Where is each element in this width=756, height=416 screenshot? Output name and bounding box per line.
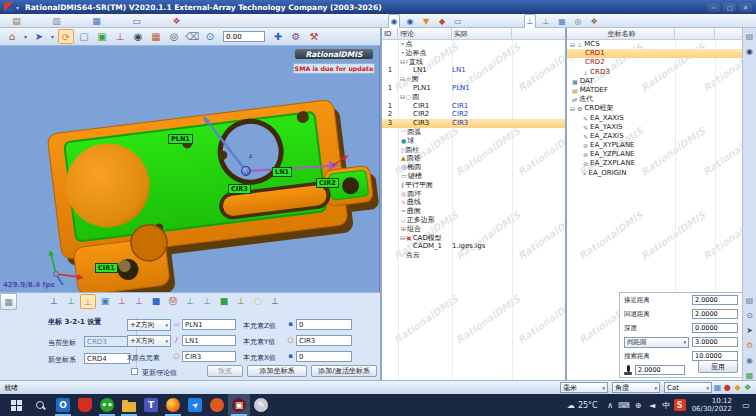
elements-icon[interactable]: ◉ [404, 15, 416, 28]
csys-offset-icon[interactable]: ⊥ [114, 294, 130, 309]
csys-matdef[interactable]: ▤MATDEF [567, 86, 742, 95]
taskbar-explorer[interactable] [118, 394, 140, 416]
csys-new-icon[interactable]: ⊥ [46, 294, 62, 309]
feature-polygon[interactable]: ◇正多边形 [382, 216, 565, 225]
minimize-button[interactable]: ─ [707, 3, 720, 12]
probe-setting-input[interactable] [692, 295, 738, 305]
cursor-icon[interactable]: ➤ [31, 29, 47, 44]
probe-setting-input[interactable] [692, 337, 738, 347]
feature-ellipse[interactable]: ◎椭圆 [382, 163, 565, 172]
x-element-field[interactable] [182, 335, 236, 346]
screen-icon[interactable]: ▭ [452, 15, 464, 28]
taskbar-design-app[interactable]: ✎ [250, 394, 272, 416]
layers-icon[interactable]: ▣ [94, 29, 110, 44]
joystick-speed-input[interactable] [635, 365, 685, 375]
csys-ea-origin[interactable]: •EA_ORIGIN [567, 169, 742, 178]
csys-transform-icon[interactable]: ⊥ [182, 294, 198, 309]
probe2-icon[interactable]: ◉ [744, 355, 756, 367]
view-icon[interactable]: ◉ [130, 29, 146, 44]
probe-setting-input[interactable] [692, 323, 738, 333]
taskbar-wechat[interactable]: •• [96, 394, 118, 416]
taskbar-teams[interactable]: T [140, 394, 162, 416]
apply-button[interactable]: 应用 [698, 360, 738, 373]
probe-search-icon[interactable]: ⊙ [202, 29, 218, 44]
csys-rotate-icon[interactable]: ⊥ [63, 294, 79, 309]
csys-iterate[interactable]: ⇄迭代 [567, 95, 742, 104]
feature-cir3[interactable]: 3 CIR3 CIR3 [382, 119, 565, 128]
feature-circle-group[interactable]: ⊟○圆 [382, 93, 565, 102]
preview-button[interactable]: 预览 [207, 365, 243, 377]
maximize-button[interactable]: ▢ [723, 3, 736, 12]
cube-blue-icon[interactable]: ■ [148, 294, 164, 309]
taskbar-send-app[interactable]: ➤ [184, 394, 206, 416]
rotate-icon[interactable]: ⟳ [58, 29, 74, 44]
tab-grid[interactable]: ▦ [90, 15, 103, 28]
tray-network-icon[interactable]: ⊕ [632, 398, 645, 412]
camera-icon[interactable]: ◎ [572, 15, 584, 28]
x-value-field[interactable] [296, 351, 352, 362]
home-caret[interactable]: ▾ [22, 29, 29, 44]
probe-status-icon[interactable]: ❖ [743, 383, 752, 392]
feature-curve[interactable]: ∿曲线 [382, 198, 565, 207]
sma-update-notice[interactable]: SMA is due for update [293, 63, 375, 74]
csys-align-icon[interactable]: ⊥ [131, 294, 147, 309]
taskbar-firefox[interactable] [162, 394, 184, 416]
feature-point[interactable]: •点 [382, 40, 565, 49]
tab-colors[interactable]: ❖ [170, 15, 183, 28]
csys-dat[interactable]: ▦DAT [567, 77, 742, 86]
taskbar-outlook[interactable]: O [52, 394, 74, 416]
update-theoretical-checkbox[interactable] [131, 368, 138, 375]
feature-slot[interactable]: ▭键槽 [382, 172, 565, 181]
delete-icon[interactable]: ⌫ [184, 29, 200, 44]
csys-crd1[interactable]: CRD1 [567, 49, 742, 58]
add-activate-csys-button[interactable]: 添加/激活坐标系 [311, 365, 377, 377]
taskbar-rationaldmis[interactable]: ▣ [228, 394, 250, 416]
csys-mcs[interactable]: ⊟⊥MCS [567, 40, 742, 49]
y-value-field[interactable] [296, 335, 352, 346]
z-value-field[interactable] [296, 319, 352, 330]
record-status-icon[interactable]: ● [723, 383, 732, 392]
csys-crd3[interactable]: ⊥CRD3 [567, 68, 742, 77]
search-button[interactable] [28, 394, 52, 416]
csys-label-icon[interactable]: ⊥ [199, 294, 215, 309]
workspace-icon[interactable]: ▤ [744, 31, 756, 43]
feature-cone[interactable]: ▲圆锥 [382, 154, 565, 163]
origin-element-field[interactable] [182, 351, 236, 362]
feature-surface[interactable]: ≈曲面 [382, 207, 565, 216]
elements-tab[interactable]: ◉ [388, 14, 400, 28]
z-element-field[interactable] [182, 319, 236, 330]
add-csys-button[interactable]: 添加坐标系 [247, 365, 307, 377]
print-icon[interactable]: ▤ [744, 295, 756, 307]
angle-select[interactable]: 角度▾ [612, 382, 660, 393]
new-csys-field[interactable] [84, 353, 130, 364]
weather-widget[interactable]: ☁ 25°C [567, 401, 598, 410]
cir3-label[interactable]: CIR3 [228, 184, 251, 194]
render-icon[interactable]: ▦ [148, 29, 164, 44]
feature-ln1[interactable]: 1 LN1 LN1 [382, 66, 565, 75]
csys-clean-icon[interactable]: ⊥ [233, 294, 249, 309]
z-direction-select[interactable]: +Z方向▾ [127, 319, 171, 331]
cat-select[interactable]: Cat▾ [664, 382, 712, 393]
probe-view-icon[interactable]: ⚙ [288, 29, 304, 44]
csys-ea-zaxis[interactable]: ✎EA_ZAXIS [567, 132, 742, 141]
tolerance-icon[interactable]: ◆ [436, 15, 448, 28]
settings-icon[interactable]: ⚙ [744, 340, 756, 352]
feature-combine[interactable]: ⊞组合 [382, 225, 565, 234]
x-direction-select[interactable]: +X方向▾ [127, 335, 171, 347]
titlebar-caret-icon[interactable]: ▾ [16, 4, 19, 11]
probe-setting-input[interactable] [692, 309, 738, 319]
feature-boundary-point[interactable]: •边界点 [382, 49, 565, 58]
csys-321-icon[interactable]: ⊥ [80, 294, 96, 309]
feature-cir2[interactable]: 2 CIR2 CIR2 [382, 110, 565, 119]
close-button[interactable]: ✕ [739, 3, 752, 12]
tab-output[interactable]: ▤ [10, 15, 23, 28]
cir2-label[interactable]: CIR2 [316, 178, 339, 188]
probe-tools-icon[interactable]: ❖ [588, 15, 600, 28]
filter-icon[interactable]: ▼ [420, 15, 432, 28]
csys-add-icon[interactable]: ⊥ [540, 15, 552, 28]
tray-chevron-icon[interactable]: ∧ [604, 398, 617, 412]
cube-green-icon[interactable]: ■ [216, 294, 232, 309]
feature-sphere[interactable]: ●球 [382, 137, 565, 146]
csys-ea-xyplane[interactable]: ⊘EA_XYPLANE [567, 141, 742, 150]
ln1-label[interactable]: LN1 [272, 167, 292, 177]
